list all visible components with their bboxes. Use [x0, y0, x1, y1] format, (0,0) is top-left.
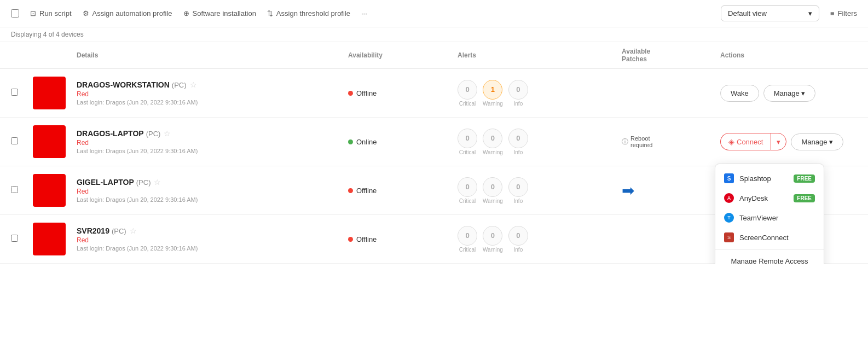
select-all-checkbox[interactable]	[11, 9, 19, 18]
devices-count: Displaying 4 of 4 devices	[0, 27, 868, 42]
favorite-star-3[interactable]: ☆	[154, 178, 161, 187]
availability-2: Online	[348, 138, 458, 146]
device-login-1: Last login: Dragos (Jun 20, 2022 9:30:16…	[77, 99, 348, 106]
connect-split-button[interactable]: ▾	[771, 133, 786, 150]
more-label: ···	[361, 9, 367, 18]
script-icon: ⊡	[30, 9, 36, 18]
view-label: Default view	[728, 9, 767, 18]
device-details-4: SVR2019 (PC) ☆ Red Last login: Dragos (J…	[77, 226, 348, 252]
anydesk-icon: A	[724, 193, 734, 203]
device-tag-4: Red	[77, 236, 348, 244]
critical-badge-4: 0 Critical	[458, 226, 477, 253]
device-tag-1: Red	[77, 90, 348, 98]
more-btn[interactable]: ···	[361, 9, 367, 18]
critical-badge-3: 0 Critical	[458, 177, 477, 204]
col-details: Details	[77, 51, 348, 59]
device-details-1: DRAGOS-WORKSTATION (PC) ☆ Red Last login…	[77, 80, 348, 106]
row-checkbox-2[interactable]	[11, 137, 18, 144]
assign-automation-btn[interactable]: ⚙ Assign automation profile	[83, 9, 172, 18]
device-login-4: Last login: Dragos (Jun 20, 2022 9:30:16…	[77, 245, 348, 252]
device-login-2: Last login: Dragos (Jun 20, 2022 9:30:16…	[77, 148, 348, 154]
row-checkbox-3[interactable]	[11, 186, 18, 193]
info-badge-1: 0 Info	[508, 80, 528, 107]
patches-3: ➡	[622, 182, 720, 200]
filters-button[interactable]: ≡ Filters	[830, 9, 857, 18]
device-thumb-4	[33, 223, 66, 255]
favorite-star-4[interactable]: ☆	[130, 226, 137, 235]
alerts-1: 0 Critical 1 Warning 0 Info	[458, 80, 622, 107]
table-row: DRAGOS-LAPTOP (PC) ☆ Red Last login: Dra…	[0, 118, 868, 166]
row-checkbox-4[interactable]	[11, 235, 18, 242]
row-checkbox-1[interactable]	[11, 89, 18, 96]
screenconnect-icon: S	[724, 232, 734, 242]
run-script-btn[interactable]: ⊡ Run script	[30, 9, 72, 18]
threshold-icon: ⇅	[267, 9, 273, 18]
status-dot-1	[348, 91, 353, 96]
actions-1: Wake Manage ▾	[720, 85, 857, 102]
favorite-star-2[interactable]: ☆	[164, 129, 171, 138]
warning-badge-2: 0 Warning	[483, 129, 503, 155]
splashtop-icon: S	[724, 173, 734, 183]
wake-button-1[interactable]: Wake	[720, 85, 759, 102]
col-patches: AvailablePatches	[622, 48, 720, 63]
connect-icon: ◈	[728, 137, 734, 146]
device-thumb-1	[33, 77, 66, 109]
status-dot-4	[348, 237, 353, 242]
toolbar: ⊡ Run script ⚙ Assign automation profile…	[0, 0, 868, 27]
screenconnect-item[interactable]: S ScreenConnect	[715, 228, 824, 247]
connect-dropdown-menu: S Splashtop FREE A AnyDesk FREE T TeamVi…	[715, 164, 824, 264]
availability-3: Offline	[348, 187, 458, 195]
status-dot-2	[348, 139, 353, 144]
device-name-2: DRAGOS-LAPTOP	[77, 129, 144, 138]
info-badge-3: 0 Info	[508, 177, 528, 204]
favorite-star-1[interactable]: ☆	[190, 80, 197, 89]
alerts-4: 0 Critical 0 Warning 0 Info	[458, 226, 622, 253]
table-row: DRAGOS-WORKSTATION (PC) ☆ Red Last login…	[0, 69, 868, 118]
col-actions: Actions	[720, 51, 857, 59]
auto-icon: ⚙	[83, 9, 89, 18]
software-installation-btn[interactable]: ⊕ Software installation	[183, 9, 256, 18]
device-name-3: GIGEL-LAPTOP	[77, 178, 134, 187]
manage-button-1[interactable]: Manage ▾	[763, 85, 816, 102]
alerts-2: 0 Critical 0 Warning 0 Info	[458, 129, 622, 155]
table-header: Details Availability Alerts AvailablePat…	[0, 42, 868, 69]
col-availability: Availability	[348, 51, 458, 59]
connect-button[interactable]: ◈ Connect	[720, 133, 771, 150]
warning-badge-3: 0 Warning	[483, 177, 503, 204]
assign-threshold-btn[interactable]: ⇅ Assign threshold profile	[267, 9, 350, 18]
col-alerts: Alerts	[458, 51, 622, 59]
teamviewer-icon: T	[724, 213, 734, 223]
device-tag-3: Red	[77, 188, 348, 195]
patches-2: ⓘ Rebootrequired	[622, 135, 720, 148]
software-installation-label: Software installation	[193, 9, 256, 18]
software-icon: ⊕	[183, 9, 189, 18]
device-tag-2: Red	[77, 139, 348, 147]
teamviewer-item[interactable]: T TeamViewer	[715, 208, 824, 228]
critical-badge-1: 0 Critical	[458, 80, 477, 107]
availability-4: Offline	[348, 235, 458, 243]
info-icon-2: ⓘ	[622, 137, 628, 147]
info-badge-4: 0 Info	[508, 226, 528, 253]
manage-remote-access-item[interactable]: Manage Remote Access	[715, 252, 824, 264]
anydesk-item[interactable]: A AnyDesk FREE	[715, 188, 824, 208]
view-selector[interactable]: Default view ▾	[721, 5, 819, 21]
assign-automation-label: Assign automation profile	[92, 9, 172, 18]
device-name-4: SVR2019	[77, 226, 109, 235]
run-script-label: Run script	[39, 9, 72, 18]
warning-badge-4: 0 Warning	[483, 226, 503, 253]
manage-button-2[interactable]: Manage ▾	[791, 133, 843, 150]
device-details-2: DRAGOS-LAPTOP (PC) ☆ Red Last login: Dra…	[77, 129, 348, 154]
alerts-3: 0 Critical 0 Warning 0 Info	[458, 177, 622, 204]
device-thumb-2	[33, 125, 66, 158]
chevron-down-icon: ▾	[808, 9, 812, 18]
status-dot-3	[348, 188, 353, 193]
device-login-3: Last login: Dragos (Jun 20, 2022 9:30:16…	[77, 196, 348, 203]
connect-group: ◈ Connect ▾	[720, 133, 786, 150]
warning-badge-1: 1 Warning	[483, 80, 503, 107]
filters-label: Filters	[838, 9, 857, 18]
device-name-1: DRAGOS-WORKSTATION	[77, 80, 170, 89]
device-thumb-3	[33, 174, 66, 207]
device-details-3: GIGEL-LAPTOP (PC) ☆ Red Last login: Drag…	[77, 178, 348, 203]
actions-2: ◈ Connect ▾ Manage ▾ S Splashtop FREE A …	[720, 133, 857, 150]
splashtop-item[interactable]: S Splashtop FREE	[715, 168, 824, 188]
